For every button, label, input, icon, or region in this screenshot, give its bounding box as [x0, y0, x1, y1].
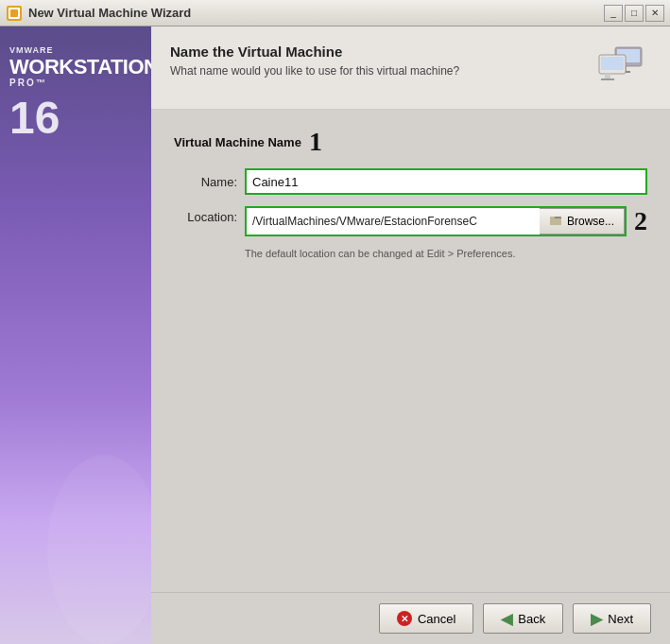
sidebar-decoration — [47, 455, 151, 644]
badge-2: 2 — [634, 206, 647, 236]
browse-button[interactable]: Browse... — [540, 208, 625, 235]
brand-label: VMWARE — [9, 45, 54, 55]
product-sub-label: PRO™ — [9, 78, 47, 88]
right-panel: Name the Virtual Machine What name would… — [151, 26, 670, 644]
location-label: Location: — [174, 206, 245, 236]
minimize-button[interactable]: _ — [604, 5, 623, 22]
footer: ✕ Cancel ◀ Back ▶ Next — [151, 592, 670, 644]
title-bar: New Virtual Machine Wizard _ □ ✕ — [0, 0, 670, 26]
network-computers-icon — [594, 44, 651, 96]
badge-1: 1 — [309, 129, 322, 155]
form-area: Virtual Machine Name 1 Name: Location: — [151, 110, 670, 592]
location-input[interactable] — [247, 208, 540, 235]
close-button[interactable]: ✕ — [645, 5, 664, 22]
maximize-button[interactable]: □ — [625, 5, 644, 22]
product-label: WORKSTATION — [9, 57, 151, 78]
window-controls[interactable]: _ □ ✕ — [604, 5, 664, 22]
name-label: Name: — [174, 175, 245, 189]
section-title-text: Virtual Machine Name — [174, 135, 301, 149]
back-button[interactable]: ◀ Back — [483, 603, 563, 634]
location-row: Location: Browse... 2 — [174, 206, 647, 236]
vm-name-input[interactable] — [245, 168, 647, 195]
cancel-label: Cancel — [418, 612, 455, 626]
app-icon — [6, 5, 23, 22]
back-icon: ◀ — [501, 610, 512, 628]
main-content: VMWARE WORKSTATION PRO™ 16 Name the Virt… — [0, 26, 670, 644]
next-icon: ▶ — [591, 610, 602, 628]
version-label: 16 — [9, 96, 60, 141]
svg-rect-2 — [10, 9, 18, 17]
next-label: Next — [608, 612, 633, 626]
sidebar: VMWARE WORKSTATION PRO™ 16 — [0, 26, 151, 644]
title-bar-left: New Virtual Machine Wizard — [6, 5, 191, 22]
next-button[interactable]: ▶ Next — [573, 603, 651, 634]
header-area: Name the Virtual Machine What name would… — [151, 26, 670, 110]
header-text: Name the Virtual Machine What name would… — [170, 44, 594, 78]
cancel-icon: ✕ — [397, 611, 412, 626]
hint-text: The default location can be changed at E… — [245, 248, 647, 259]
svg-rect-9 — [605, 74, 610, 78]
svg-rect-12 — [550, 218, 561, 225]
svg-rect-10 — [601, 78, 614, 80]
svg-rect-8 — [601, 57, 624, 70]
svg-rect-13 — [550, 217, 555, 218]
section-title-row: Virtual Machine Name 1 — [174, 129, 647, 155]
window-title: New Virtual Machine Wizard — [28, 6, 191, 20]
browse-icon — [549, 214, 562, 230]
cancel-button[interactable]: ✕ Cancel — [379, 603, 473, 634]
back-label: Back — [518, 612, 545, 626]
page-subtitle: What name would you like to use for this… — [170, 64, 594, 78]
header-icon — [594, 44, 651, 96]
name-row: Name: — [174, 168, 647, 195]
browse-label: Browse... — [567, 215, 614, 228]
page-title: Name the Virtual Machine — [170, 44, 594, 60]
